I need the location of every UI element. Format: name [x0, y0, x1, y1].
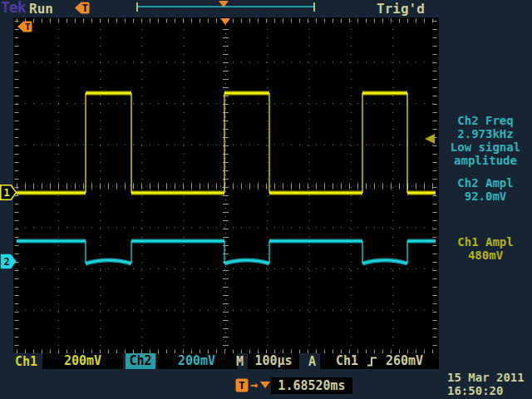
delay-position-icon — [260, 382, 270, 388]
trigger-level: 260mV — [386, 353, 423, 369]
timebase-readout: 100µs — [248, 353, 299, 369]
ch2-scale-readout: 200mV — [156, 353, 237, 369]
trigger-status: Trig'd — [377, 1, 425, 17]
graticule — [13, 17, 439, 353]
trigger-marker-letter: T — [239, 379, 245, 392]
trigger-marker-letter: T — [25, 22, 31, 32]
channel1-marker-label: 1 — [3, 187, 9, 199]
measurement-label: Ch2 Freq — [439, 114, 532, 127]
timebase-label: M — [236, 354, 244, 369]
trigger-level-arrow-icon — [425, 134, 436, 144]
trigger-source: Ch1 — [336, 353, 358, 369]
time-text: 16:50:20 — [447, 384, 525, 397]
acquisition-status: Run — [29, 1, 53, 17]
datetime: 15 Mar 2011 16:50:20 — [447, 371, 525, 397]
trigger-readout: Ch1 260mV — [320, 353, 439, 369]
ch1-label: Ch1 — [15, 354, 37, 369]
measurement-label: Ch1 Ampl — [439, 235, 532, 249]
trigger-position-marker-icon — [220, 18, 230, 25]
delay-readout: 1.68520ms — [271, 377, 352, 394]
delay-arrow-icon: → — [250, 377, 258, 392]
ch2-label: Ch2 — [126, 353, 155, 369]
measurement-warning: amplitude — [439, 154, 532, 167]
measurement-value: 2.973kHz — [439, 127, 532, 140]
channel2-marker-label: 2 — [3, 256, 9, 268]
measurement-label: Ch2 Ampl — [439, 176, 532, 190]
rising-edge-icon — [367, 356, 377, 367]
oscilloscope-screen: Tek Run T Trig'd T 1 2 Ch2 Freq 2.973kHz… — [0, 0, 532, 399]
trigger-type-label: A — [308, 354, 316, 369]
measurement-value: 92.0mV — [439, 190, 532, 203]
date-text: 15 Mar 2011 — [447, 371, 525, 384]
ch1-scale-readout: 200mV — [42, 353, 123, 369]
trigger-offscreen-marker-icon: T — [17, 21, 32, 32]
channel2-ground-marker: 2 — [0, 254, 17, 269]
record-trigger-position-icon — [219, 1, 229, 7]
measurement-warning: Low signal — [439, 140, 532, 154]
trigger-time-marker-icon: T — [75, 2, 90, 14]
measurement-ch1-ampl: Ch1 Ampl 480mV — [439, 235, 532, 262]
measurement-ch2-freq: Ch2 Freq 2.973kHz Low signal amplitude — [439, 114, 532, 167]
channel1-ground-marker: 1 — [0, 185, 17, 200]
tek-logo: Tek — [1, 0, 26, 16]
waveform-display — [13, 17, 439, 353]
measurement-ch2-ampl: Ch2 Ampl 92.0mV — [439, 176, 532, 203]
trigger-marker-letter: T — [82, 2, 88, 14]
delay-trigger-icon: T — [235, 378, 249, 392]
measurement-value: 480mV — [439, 249, 532, 262]
